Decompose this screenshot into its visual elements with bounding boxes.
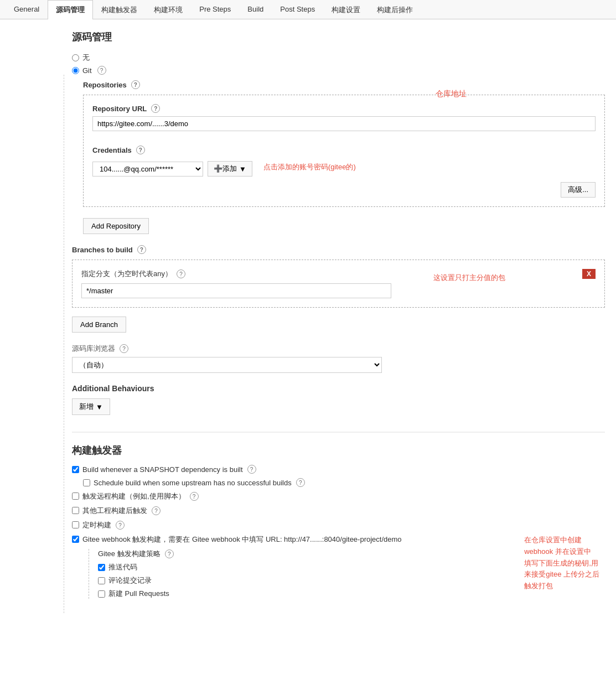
- add-chevron-icon: ▼: [239, 165, 246, 173]
- build-triggers-title: 构建触发器: [72, 444, 605, 457]
- add-new-behaviour-button[interactable]: 新增 ▼: [72, 398, 110, 415]
- source-browser-help-icon[interactable]: ?: [120, 344, 128, 353]
- repositories-label: Repositories ?: [83, 80, 605, 89]
- checkbox-upstream-label: Schedule build when some upstream has no…: [94, 478, 305, 487]
- checkbox-periodic[interactable]: [72, 521, 79, 528]
- webhook-annotation-line1: 在仓库设置中创建: [524, 535, 599, 546]
- radio-git-item: Git ?: [72, 66, 605, 75]
- branches-help-icon[interactable]: ?: [137, 245, 146, 254]
- checkbox-remote-item: 触发远程构建（例如,使用脚本） ?: [72, 491, 605, 501]
- checkbox-remote-label: 触发远程构建（例如,使用脚本） ?: [82, 491, 199, 501]
- repo-url-help-icon[interactable]: ?: [151, 104, 160, 113]
- advanced-row: 高级...: [92, 182, 596, 198]
- tab-bar: General 源码管理 构建触发器 构建环境 Pre Steps Build …: [0, 0, 616, 19]
- gitee-strategy-help-icon[interactable]: ?: [165, 549, 174, 558]
- branch-label-left: 指定分支（为空时代表any） ?: [81, 269, 185, 279]
- checkbox-other[interactable]: [72, 507, 79, 514]
- tab-pre-steps[interactable]: Pre Steps: [191, 0, 239, 19]
- tab-build-trigger[interactable]: 构建触发器: [93, 0, 146, 19]
- other-help-icon[interactable]: ?: [152, 506, 161, 515]
- add-credentials-button[interactable]: ➕添加 ▼: [208, 161, 252, 177]
- push-code-checkbox[interactable]: [98, 564, 105, 571]
- periodic-help-icon[interactable]: ?: [116, 521, 125, 530]
- repo-url-annotation: 仓库地址: [436, 89, 467, 99]
- git-help-icon[interactable]: ?: [97, 66, 106, 75]
- repo-url-input[interactable]: [92, 116, 596, 131]
- credentials-select[interactable]: 104......@qq.com/******: [92, 162, 203, 177]
- source-browser-select[interactable]: （自动）: [72, 357, 382, 373]
- source-browser-label: 源码库浏览器 ?: [72, 344, 605, 354]
- section-title: 源码管理: [72, 30, 605, 44]
- credentials-field-label: Credentials ?: [92, 146, 596, 154]
- radio-git-label: Git: [82, 66, 92, 75]
- checkbox-snapshot-item: Build whenever a SNAPSHOT dependency is …: [72, 465, 605, 474]
- tab-post-steps[interactable]: Post Steps: [272, 0, 323, 19]
- branches-box: 指定分支（为空时代表any） ? X: [72, 260, 605, 308]
- source-browser-section: 源码库浏览器 ? （自动）: [72, 344, 605, 373]
- checkbox-snapshot-label: Build whenever a SNAPSHOT dependency is …: [82, 465, 256, 474]
- branch-specifier-input[interactable]: [81, 283, 391, 298]
- tab-source-management[interactable]: 源码管理: [48, 0, 93, 19]
- radio-group: 无 Git ?: [72, 53, 605, 75]
- checkbox-upstream[interactable]: [83, 479, 90, 486]
- comment-label: 评论提交记录: [108, 575, 152, 585]
- checkbox-gitee-label: Gitee webhook 触发构建，需要在 Gitee webhook 中填写…: [82, 535, 402, 545]
- tab-general[interactable]: General: [6, 0, 48, 19]
- tab-post-build[interactable]: 构建后操作: [369, 0, 421, 19]
- webhook-annotation-line2: webhook 并在设置中: [524, 546, 599, 558]
- credentials-help-icon[interactable]: ?: [136, 146, 145, 154]
- add-new-label: 新增: [79, 402, 94, 412]
- add-branch-button[interactable]: Add Branch: [72, 317, 126, 333]
- comment-checkbox[interactable]: [98, 577, 105, 584]
- repo-url-field-label: Repository URL ?: [92, 104, 596, 113]
- build-triggers-section: 构建触发器 Build whenever a SNAPSHOT dependen…: [72, 432, 605, 599]
- webhook-annotation-line3: 填写下面生成的秘钥,用: [524, 558, 599, 569]
- additional-behaviours-section: Additional Behaviours 新增 ▼: [72, 384, 605, 415]
- add-repository-button[interactable]: Add Repository: [83, 218, 149, 234]
- add-chevron-down-icon: ▼: [96, 403, 103, 411]
- radio-none[interactable]: [72, 54, 79, 61]
- checkbox-periodic-label: 定时构建 ?: [82, 520, 125, 530]
- tab-build-settings[interactable]: 构建设置: [323, 0, 369, 19]
- tab-build-env[interactable]: 构建环境: [146, 0, 191, 19]
- remote-help-icon[interactable]: ?: [190, 492, 199, 501]
- tab-build[interactable]: Build: [239, 0, 272, 19]
- checkbox-snapshot[interactable]: [72, 466, 79, 473]
- checkbox-gitee[interactable]: [72, 536, 79, 543]
- add-credentials-label: ➕添加: [214, 164, 237, 174]
- push-code-label: 推送代码: [108, 562, 137, 572]
- repositories-section: Repositories ? 仓库地址 Repository URL ? Cre…: [83, 80, 605, 207]
- additional-behaviours-title: Additional Behaviours: [72, 384, 605, 393]
- upstream-help-icon[interactable]: ?: [296, 478, 305, 487]
- checkbox-other-item: 其他工程构建后触发 ?: [72, 506, 605, 516]
- page-container: General 源码管理 构建触发器 构建环境 Pre Steps Build …: [0, 0, 616, 700]
- webhook-annotation-line5: 触发打包: [524, 580, 599, 592]
- branches-section: Branches to build ? 指定分支（为空时代表any） ? X 这…: [72, 245, 605, 308]
- main-content: 源码管理 无 Git ? Repositories ? 仓库地址: [0, 19, 616, 613]
- checkbox-gitee-container: Gitee webhook 触发构建，需要在 Gitee webhook 中填写…: [72, 535, 605, 599]
- left-dashed-line: [64, 75, 64, 613]
- new-pr-label: 新建 Pull Requests: [108, 589, 169, 599]
- checkbox-periodic-item: 定时构建 ?: [72, 520, 605, 530]
- checkbox-other-label: 其他工程构建后触发 ?: [82, 506, 161, 516]
- checkbox-remote[interactable]: [72, 492, 79, 500]
- branch-annotation: 这设置只打主分值的包: [433, 273, 505, 283]
- webhook-annotation-line4: 来接受gitee 上传分之后: [524, 569, 599, 580]
- radio-none-label: 无: [82, 53, 90, 63]
- branch-row-label: 指定分支（为空时代表any） ? X: [81, 269, 596, 279]
- webhook-annotation: 在仓库设置中创建 webhook 并在设置中 填写下面生成的秘钥,用 来接受gi…: [524, 535, 599, 592]
- credentials-annotation: 点击添加的账号密码(gitee的): [263, 162, 356, 172]
- branch-specifier-help-icon[interactable]: ?: [177, 269, 185, 278]
- radio-git[interactable]: [72, 67, 79, 74]
- snapshot-help-icon[interactable]: ?: [247, 465, 256, 474]
- delete-branch-button[interactable]: X: [582, 269, 596, 279]
- repository-box: Repository URL ? Credentials ? 104......…: [83, 95, 605, 207]
- branches-to-build-label: Branches to build ?: [72, 245, 605, 254]
- checkbox-upstream-item: Schedule build when some upstream has no…: [83, 478, 605, 487]
- repositories-help-icon[interactable]: ?: [131, 80, 140, 89]
- new-pr-checkbox[interactable]: [98, 590, 105, 598]
- credentials-row: 104......@qq.com/****** ➕添加 ▼: [92, 161, 252, 177]
- advanced-button[interactable]: 高级...: [561, 182, 596, 198]
- radio-none-item: 无: [72, 53, 605, 63]
